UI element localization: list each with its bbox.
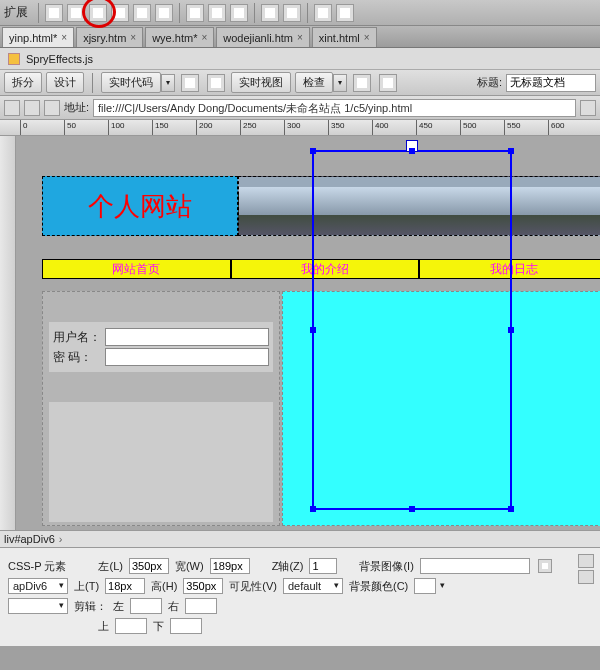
chevron-down-icon: ▾: [333, 74, 347, 92]
password-label: 密 码：: [53, 349, 105, 366]
live-view-button[interactable]: 实时视图: [231, 72, 291, 93]
expand-label: 扩展: [4, 4, 28, 21]
vertical-ruler: [0, 136, 16, 530]
toolbar-icon-8[interactable]: [208, 4, 226, 22]
tag-path[interactable]: liv#apDiv6: [4, 533, 55, 545]
clip-bottom-label: 下: [153, 619, 164, 634]
clip-left-label: 左: [113, 599, 124, 614]
close-icon[interactable]: ×: [130, 32, 136, 43]
tag-selector-bar: liv#apDiv6 ›: [0, 530, 600, 548]
z-input[interactable]: [309, 558, 337, 574]
banner-title-box[interactable]: 个人网站: [42, 176, 238, 236]
bgcolor-picker[interactable]: [414, 578, 436, 594]
top-label: 上(T): [74, 579, 99, 594]
tab-label: xjsry.htm: [83, 32, 126, 44]
toolbar-icon-10[interactable]: [261, 4, 279, 22]
go-icon[interactable]: [580, 100, 596, 116]
login-form: 用户名： 密 码：: [49, 322, 273, 372]
split-button[interactable]: 拆分: [4, 72, 42, 93]
design-button[interactable]: 设计: [46, 72, 84, 93]
title-input[interactable]: [506, 74, 596, 92]
toolbar-icon-5[interactable]: [133, 4, 151, 22]
forward-icon[interactable]: [24, 100, 40, 116]
tab-wodejianli[interactable]: wodejianli.htm×: [216, 27, 310, 47]
clip-left-input[interactable]: [130, 598, 162, 614]
password-input[interactable]: [105, 348, 269, 366]
overflow-select[interactable]: [8, 598, 68, 614]
resize-handle[interactable]: [508, 327, 514, 333]
chevron-down-icon: ▾: [161, 74, 175, 92]
toolbar-icon-13[interactable]: [336, 4, 354, 22]
height-label: 高(H): [151, 579, 177, 594]
tab-wye[interactable]: wye.htm*×: [145, 27, 214, 47]
resize-handle[interactable]: [310, 148, 316, 154]
toolbar-icon-12[interactable]: [314, 4, 332, 22]
view-icon-3[interactable]: [353, 74, 371, 92]
element-select[interactable]: apDiv6: [8, 578, 68, 594]
resize-handle[interactable]: [310, 506, 316, 512]
bgimg-input[interactable]: [420, 558, 530, 574]
toolbar-icon-6[interactable]: [155, 4, 173, 22]
resize-handle[interactable]: [310, 327, 316, 333]
close-icon[interactable]: ×: [201, 32, 207, 43]
tab-label: yinp.html*: [9, 32, 57, 44]
nav-home[interactable]: 网站首页: [42, 259, 231, 279]
username-input[interactable]: [105, 328, 269, 346]
separator: [38, 3, 39, 23]
width-input[interactable]: [210, 558, 250, 574]
address-label: 地址:: [64, 100, 89, 115]
document-tabs: yinp.html*× xjsry.htm× wye.htm*× wodejia…: [0, 26, 600, 48]
chevron-right-icon: ›: [59, 533, 63, 545]
live-code-button[interactable]: 实时代码▾: [101, 72, 175, 93]
left-input[interactable]: [129, 558, 169, 574]
visibility-select[interactable]: default: [283, 578, 343, 594]
close-icon[interactable]: ×: [364, 32, 370, 43]
toolbar-icon-3[interactable]: [89, 4, 107, 22]
clip-bottom-input[interactable]: [170, 618, 202, 634]
resize-handle[interactable]: [409, 506, 415, 512]
tab-yinp[interactable]: yinp.html*×: [2, 27, 74, 47]
top-input[interactable]: [105, 578, 145, 594]
toolbar-icon-11[interactable]: [283, 4, 301, 22]
home-icon[interactable]: [44, 100, 60, 116]
sidebar-box[interactable]: 用户名： 密 码：: [42, 291, 280, 526]
tab-label: xint.html: [319, 32, 360, 44]
view-icon-2[interactable]: [207, 74, 225, 92]
clip-top-input[interactable]: [115, 618, 147, 634]
back-icon[interactable]: [4, 100, 20, 116]
clip-right-label: 右: [168, 599, 179, 614]
resize-handle[interactable]: [508, 506, 514, 512]
related-file-label[interactable]: SpryEffects.js: [26, 53, 93, 65]
title-label: 标题:: [477, 75, 502, 90]
toolbar-icon-7[interactable]: [186, 4, 204, 22]
tab-xjsry[interactable]: xjsry.htm×: [76, 27, 143, 47]
address-field[interactable]: file:///C|/Users/Andy Dong/Documents/未命名…: [93, 99, 576, 117]
folder-icon[interactable]: [538, 559, 552, 573]
view-icon-4[interactable]: [379, 74, 397, 92]
toolbar-icon-1[interactable]: [45, 4, 63, 22]
banner-text: 个人网站: [88, 189, 192, 224]
clip-label: 剪辑：: [74, 599, 107, 614]
quick-tag-icon[interactable]: [578, 570, 594, 584]
close-icon[interactable]: ×: [297, 32, 303, 43]
username-label: 用户名：: [53, 329, 105, 346]
toolbar-icon-4[interactable]: [111, 4, 129, 22]
tab-label: wye.htm*: [152, 32, 197, 44]
panel-side-icons: [578, 554, 594, 584]
related-files-bar: SpryEffects.js: [0, 48, 600, 70]
close-icon[interactable]: ×: [61, 32, 67, 43]
height-input[interactable]: [183, 578, 223, 594]
resize-handle[interactable]: [508, 148, 514, 154]
toolbar-icon-2-circled[interactable]: [67, 4, 85, 22]
inspect-button[interactable]: 检查▾: [295, 72, 347, 93]
toolbar-icon-9[interactable]: [230, 4, 248, 22]
tab-xint[interactable]: xint.html×: [312, 27, 377, 47]
resize-handle[interactable]: [409, 148, 415, 154]
view-icon-1[interactable]: [181, 74, 199, 92]
selection-apdiv6[interactable]: [312, 150, 512, 510]
view-toolbar: 拆分 设计 实时代码▾ 实时视图 检查▾ 标题:: [0, 70, 600, 96]
help-icon[interactable]: [578, 554, 594, 568]
design-canvas[interactable]: 个人网站 网站首页 我的介绍 我的日志 用户名： 密 码：: [0, 136, 600, 530]
clip-right-input[interactable]: [185, 598, 217, 614]
sidebar-lower-box[interactable]: [49, 402, 273, 522]
